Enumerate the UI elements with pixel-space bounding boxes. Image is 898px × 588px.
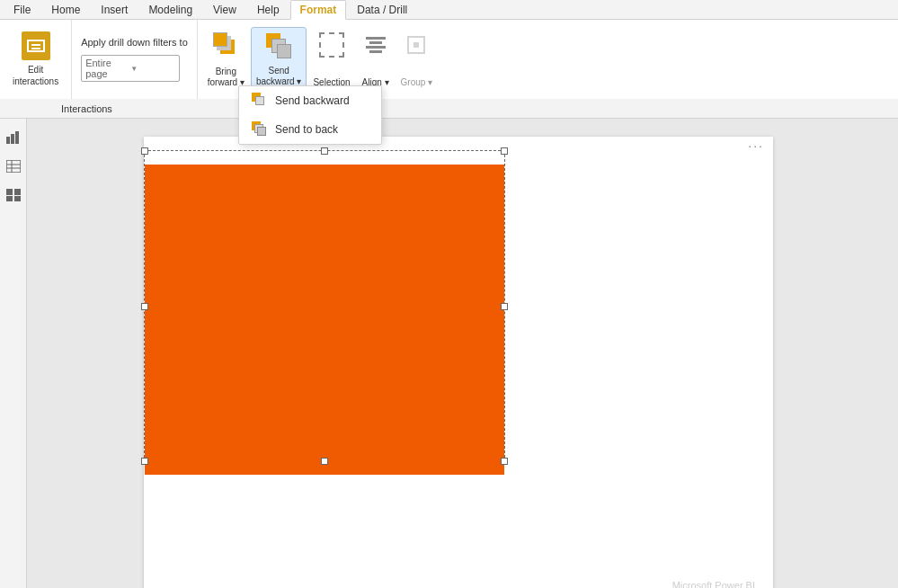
- drill-filter-dropdown[interactable]: Entire page ▼: [81, 55, 180, 82]
- main-area: ··· Microsoft Power BI: [0, 119, 898, 588]
- selection-button[interactable]: Selection: [308, 27, 354, 92]
- send-backward-icon: [264, 31, 293, 60]
- edit-interactions-button[interactable]: Editinteractions: [7, 28, 64, 91]
- handle-top-right[interactable]: [501, 147, 508, 155]
- send-to-back-dropdown-icon: [252, 121, 268, 138]
- svg-rect-2: [15, 131, 19, 144]
- dropdown-item-send-to-back[interactable]: Send to back: [239, 115, 381, 144]
- svg-rect-8: [14, 189, 21, 195]
- ribbon: Editinteractions Apply drill down filter…: [0, 20, 898, 99]
- tab-insert[interactable]: Insert: [91, 0, 138, 19]
- handle-top-left[interactable]: [141, 147, 148, 155]
- dropdown-item-send-backward-label: Send backward: [275, 94, 350, 107]
- bring-forward-icon: [211, 31, 240, 59]
- sidebar-icon-bar-chart[interactable]: [4, 128, 23, 147]
- three-dots-menu[interactable]: ···: [748, 138, 764, 153]
- canvas-page: ··· Microsoft Power BI: [144, 137, 773, 588]
- tab-view[interactable]: View: [203, 0, 246, 19]
- interactions-bar: Interactions: [0, 99, 898, 119]
- drill-filter-arrow-icon: ▼: [130, 65, 175, 73]
- tab-file[interactable]: File: [4, 0, 40, 19]
- selection-icon: [317, 31, 346, 59]
- group-button[interactable]: Group ▾: [396, 27, 438, 92]
- sidebar-icon-table[interactable]: [4, 156, 23, 176]
- handle-mid-right[interactable]: [501, 303, 508, 310]
- watermark-text: Microsoft Power BI: [672, 580, 755, 588]
- align-icon: [361, 31, 390, 59]
- send-backward-label: Sendbackward ▾: [256, 66, 302, 87]
- tab-bar: File Home Insert Modeling View Help Form…: [0, 0, 898, 20]
- drill-filters-section: Apply drill down filters to Entire page …: [72, 20, 198, 99]
- group-label: Group ▾: [401, 77, 433, 88]
- svg-rect-1: [11, 134, 14, 144]
- bring-forward-button[interactable]: Bringforward ▾: [203, 27, 249, 92]
- tab-data-drill[interactable]: Data / Drill: [347, 0, 417, 19]
- group-icon: [402, 31, 431, 59]
- sidebar: [0, 119, 27, 588]
- align-button[interactable]: Align ▾: [357, 27, 395, 92]
- dropdown-item-send-to-back-label: Send to back: [275, 123, 338, 136]
- send-backward-dropdown: Send backward Send to back: [238, 85, 382, 145]
- send-backward-button[interactable]: Sendbackward ▾: [251, 27, 307, 92]
- dropdown-item-send-backward[interactable]: Send backward: [239, 86, 381, 115]
- drill-filter-label: Apply drill down filters to: [81, 37, 188, 48]
- canvas-area[interactable]: ··· Microsoft Power BI: [27, 119, 898, 588]
- selected-shape-wrapper: [144, 150, 505, 462]
- svg-rect-0: [6, 137, 10, 144]
- interactions-bar-label: Interactions: [61, 103, 112, 114]
- handle-mid-left[interactable]: [141, 303, 148, 310]
- orange-rectangle[interactable]: [145, 165, 504, 475]
- svg-rect-3: [6, 160, 21, 173]
- edit-interactions-icon: [22, 31, 50, 60]
- tab-format[interactable]: Format: [290, 0, 347, 20]
- send-backward-dropdown-icon: [252, 93, 268, 109]
- drill-filter-value: Entire page: [85, 58, 130, 79]
- edit-interactions-section: Editinteractions: [0, 20, 72, 99]
- tab-modeling[interactable]: Modeling: [138, 0, 202, 19]
- sidebar-icon-fields[interactable]: [4, 185, 23, 205]
- tab-help[interactable]: Help: [247, 0, 289, 19]
- handle-top-mid[interactable]: [321, 147, 328, 155]
- tab-home[interactable]: Home: [41, 0, 90, 19]
- handle-bot-left[interactable]: [141, 458, 148, 465]
- svg-rect-10: [14, 196, 21, 201]
- handle-bot-right[interactable]: [501, 458, 508, 465]
- svg-rect-9: [6, 196, 13, 201]
- handle-bot-mid[interactable]: [321, 458, 328, 465]
- edit-interactions-label: Editinteractions: [13, 64, 58, 87]
- svg-rect-7: [6, 189, 13, 195]
